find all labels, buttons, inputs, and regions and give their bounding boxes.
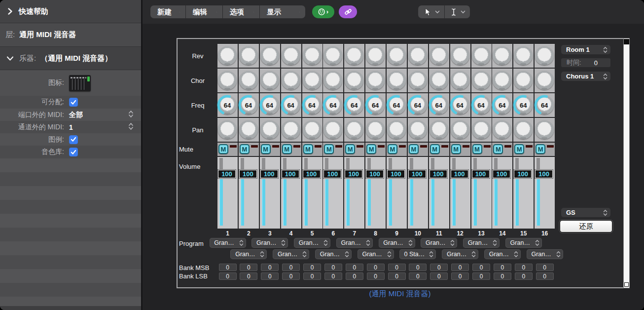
bank-msb-field[interactable]: 0: [324, 264, 342, 271]
volume-value[interactable]: 100: [218, 170, 236, 178]
program-select[interactable]: Gran…: [273, 249, 309, 259]
rev-knob[interactable]: [429, 44, 449, 68]
bank-lsb-field[interactable]: 0: [536, 272, 554, 280]
volume-fader[interactable]: 100: [387, 157, 407, 229]
quick-help-header[interactable]: 快速帮助: [0, 0, 141, 23]
chor-knob[interactable]: [365, 69, 386, 92]
mute-button[interactable]: M: [366, 144, 376, 154]
rev-knob[interactable]: [239, 44, 259, 68]
mute-cell[interactable]: M: [260, 143, 280, 156]
rev-knob[interactable]: [408, 44, 428, 68]
volume-value[interactable]: 100: [408, 170, 426, 178]
volume-fader[interactable]: 100: [365, 157, 386, 229]
program-select[interactable]: Gran…: [527, 249, 563, 259]
bank-lsb-field[interactable]: 0: [388, 272, 406, 280]
mute-cell[interactable]: M: [302, 143, 322, 156]
volume-fader[interactable]: 100: [217, 157, 238, 229]
pan-knob[interactable]: [239, 118, 259, 142]
volume-fader[interactable]: 100: [323, 157, 343, 229]
rev-knob[interactable]: [471, 44, 492, 68]
rev-knob[interactable]: [323, 44, 343, 68]
bank-msb-field[interactable]: 0: [346, 264, 363, 271]
freq-knob[interactable]: 64: [535, 93, 555, 117]
chor-knob[interactable]: [302, 69, 322, 92]
menu-1[interactable]: 新建: [150, 5, 185, 18]
chor-knob[interactable]: [492, 69, 512, 92]
volume-value[interactable]: 100: [535, 170, 553, 178]
chor-knob[interactable]: [408, 69, 428, 92]
volume-value[interactable]: 100: [472, 170, 490, 178]
freq-knob[interactable]: 64: [239, 93, 259, 117]
bank-lsb-field[interactable]: 0: [472, 272, 490, 280]
volume-value[interactable]: 100: [345, 170, 362, 178]
bank-lsb-field[interactable]: 0: [451, 272, 469, 280]
bank-msb-field[interactable]: 0: [409, 264, 427, 271]
volume-fader[interactable]: 100: [429, 157, 449, 229]
mute-cell[interactable]: M: [535, 143, 555, 156]
mute-cell[interactable]: M: [492, 143, 512, 156]
program-select[interactable]: Gran…: [358, 249, 394, 259]
program-select[interactable]: Gran…: [484, 249, 521, 259]
pan-knob[interactable]: [387, 118, 407, 142]
volume-fader[interactable]: 100: [281, 157, 301, 229]
bank-msb-field[interactable]: 0: [282, 264, 300, 271]
mute-button[interactable]: M: [430, 144, 440, 154]
mute-cell[interactable]: M: [408, 143, 428, 156]
reset-button[interactable]: 还原: [560, 220, 612, 232]
bank-msb-field[interactable]: 0: [494, 264, 511, 271]
legend-checkbox[interactable]: [69, 135, 78, 144]
mute-cell[interactable]: M: [429, 143, 449, 156]
pointer-tool-select[interactable]: [418, 5, 444, 18]
program-select[interactable]: Gran…: [210, 238, 246, 248]
volume-value[interactable]: 100: [260, 170, 278, 178]
freq-knob[interactable]: 64: [387, 93, 407, 117]
mute-cell[interactable]: M: [217, 143, 238, 156]
volume-value[interactable]: 100: [429, 170, 447, 178]
mute-cell[interactable]: M: [344, 143, 364, 156]
menu-2[interactable]: 编辑: [185, 5, 222, 18]
mute-button[interactable]: M: [218, 144, 228, 154]
bank-msb-field[interactable]: 0: [451, 264, 469, 271]
rev-knob[interactable]: [260, 44, 280, 68]
mute-cell[interactable]: M: [513, 143, 534, 156]
bank-msb-field[interactable]: 0: [472, 264, 490, 271]
freq-knob[interactable]: 64: [217, 93, 238, 117]
volume-fader[interactable]: 100: [471, 157, 492, 229]
pan-knob[interactable]: [408, 118, 428, 142]
program-select[interactable]: Gran…: [442, 249, 478, 259]
mute-button[interactable]: M: [345, 144, 355, 154]
instrument-header[interactable]: 乐器: （通用 MIDI 混音器）: [0, 47, 141, 70]
freq-knob[interactable]: 64: [408, 93, 428, 117]
program-select[interactable]: Gran…: [294, 238, 330, 248]
rev-knob[interactable]: [387, 44, 407, 68]
bank-msb-field[interactable]: 0: [303, 264, 321, 271]
volume-fader[interactable]: 100: [450, 157, 470, 229]
bank-msb-field[interactable]: 0: [536, 264, 554, 271]
pan-knob[interactable]: [535, 118, 555, 142]
program-select[interactable]: 0 Sta…: [399, 249, 436, 259]
chorus-type-select[interactable]: Chorus 1: [561, 72, 610, 81]
midi-activity-button[interactable]: ›: [312, 5, 334, 18]
rev-knob[interactable]: [302, 44, 322, 68]
volume-value[interactable]: 100: [493, 170, 510, 178]
freq-knob[interactable]: 64: [344, 93, 364, 117]
bank-lsb-field[interactable]: 0: [303, 272, 321, 280]
chor-knob[interactable]: [344, 69, 364, 92]
instrument-icon[interactable]: [69, 75, 91, 91]
bank-lsb-field[interactable]: 0: [367, 272, 385, 280]
program-select[interactable]: Gran…: [379, 238, 415, 248]
rev-knob[interactable]: [217, 44, 238, 68]
bank-lsb-field[interactable]: 0: [219, 272, 237, 280]
soundbank-checkbox[interactable]: [69, 148, 78, 156]
program-select[interactable]: Gran…: [463, 238, 500, 248]
chor-knob[interactable]: [513, 69, 534, 92]
midi-out-port-value[interactable]: 全部: [69, 111, 83, 119]
bank-lsb-field[interactable]: 0: [494, 272, 511, 280]
mute-cell[interactable]: M: [281, 143, 301, 156]
freq-knob[interactable]: 64: [492, 93, 512, 117]
bank-msb-field[interactable]: 0: [261, 264, 279, 271]
volume-fader[interactable]: 100: [302, 157, 322, 229]
mute-cell[interactable]: M: [365, 143, 386, 156]
program-select[interactable]: Gran…: [421, 238, 457, 248]
freq-knob[interactable]: 64: [281, 93, 301, 117]
